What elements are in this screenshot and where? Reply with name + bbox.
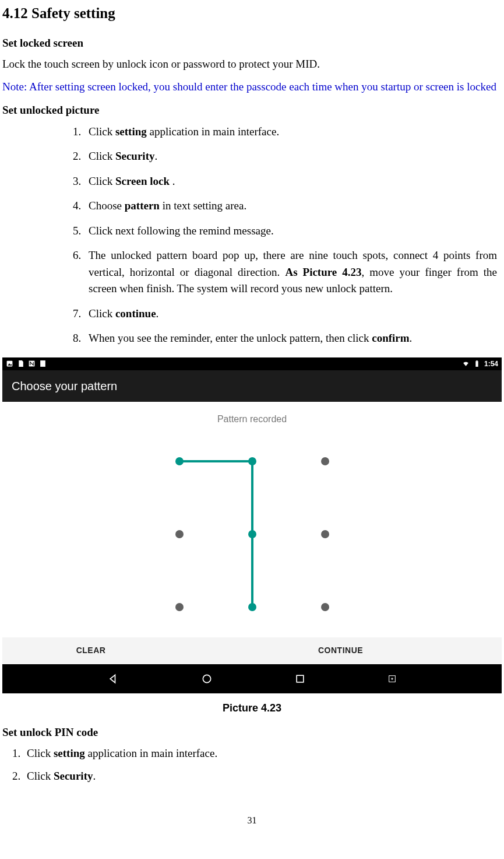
- battery-icon: [473, 360, 481, 367]
- svg-rect-9: [297, 675, 304, 682]
- svg-rect-0: [7, 361, 13, 367]
- nav-bar: [2, 664, 502, 693]
- image-icon: [6, 360, 13, 367]
- expand-icon[interactable]: [387, 674, 397, 683]
- clear-button[interactable]: CLEAR: [2, 637, 179, 664]
- step-2: Click Security.: [84, 148, 497, 165]
- clock-time: 1:54: [484, 359, 498, 369]
- heading-unlocked-picture: Set unlocked picture: [2, 102, 502, 119]
- step-4: Choose pattern in text setting area.: [84, 198, 497, 215]
- document-page: 4.12 Safety setting Set locked screen Lo…: [0, 0, 504, 851]
- pin-step-2: Click Security.: [23, 768, 502, 785]
- pattern-dot-1[interactable]: [175, 457, 184, 465]
- step-5: Click next following the remind message.: [84, 223, 497, 240]
- pattern-dot-3[interactable]: [321, 457, 329, 465]
- action-buttons: CLEAR CONTINUE: [2, 637, 502, 664]
- pattern-dot-7[interactable]: [175, 603, 184, 611]
- svg-rect-5: [476, 360, 477, 361]
- pin-step-1: Click setting application in main interf…: [23, 745, 502, 762]
- continue-button[interactable]: CONTINUE: [179, 637, 502, 664]
- section-title: 4.12 Safety setting: [2, 2, 502, 24]
- screen-title: Choose your pattern: [2, 370, 502, 402]
- heading-locked-screen: Set locked screen: [2, 35, 502, 52]
- status-left-icons: [6, 360, 47, 367]
- pattern-dot-2[interactable]: [248, 457, 256, 465]
- step-1: Click setting application in main interf…: [84, 124, 497, 141]
- steps-pin-code: Click setting application in main interf…: [23, 745, 502, 784]
- screenshot-pattern-lock: 1:54 Choose your pattern Pattern recorde…: [2, 357, 502, 693]
- pattern-dot-9[interactable]: [321, 603, 329, 611]
- page-number: 31: [2, 814, 502, 828]
- heading-pin-code: Set unlock PIN code: [2, 724, 502, 741]
- step-6: The unlocked pattern board pop up, there…: [84, 247, 497, 297]
- pattern-dot-5[interactable]: [248, 530, 256, 538]
- back-icon[interactable]: [108, 673, 119, 685]
- pattern-grid[interactable]: [168, 450, 337, 619]
- status-right-icons: 1:54: [462, 359, 498, 369]
- pattern-content: Pattern recorded: [2, 402, 502, 637]
- wifi-icon: [462, 360, 470, 367]
- svg-rect-3: [40, 360, 45, 367]
- step-3: Click Screen lock .: [84, 173, 497, 190]
- pattern-message: Pattern recorded: [217, 412, 287, 426]
- step-8: When you see the reminder, enter the unl…: [84, 330, 497, 347]
- svg-point-8: [203, 675, 210, 682]
- home-icon[interactable]: [201, 673, 213, 685]
- figure-caption: Picture 4.23: [2, 700, 502, 716]
- n-icon: [28, 360, 36, 367]
- recent-icon[interactable]: [294, 673, 306, 685]
- pattern-dot-6[interactable]: [321, 530, 329, 538]
- sd-icon: [17, 360, 24, 367]
- para-lock-description: Lock the touch screen by unlock icon or …: [2, 56, 502, 73]
- steps-unlocked-picture: Click setting application in main interf…: [78, 124, 502, 347]
- pattern-dot-4[interactable]: [175, 530, 184, 538]
- pattern-dot-8[interactable]: [248, 603, 256, 611]
- card-icon: [39, 360, 47, 367]
- note-passcode: Note: After setting screen locked, you s…: [2, 79, 502, 96]
- status-bar: 1:54: [2, 357, 502, 370]
- svg-rect-4: [475, 361, 478, 367]
- step-7: Click continue.: [84, 306, 497, 322]
